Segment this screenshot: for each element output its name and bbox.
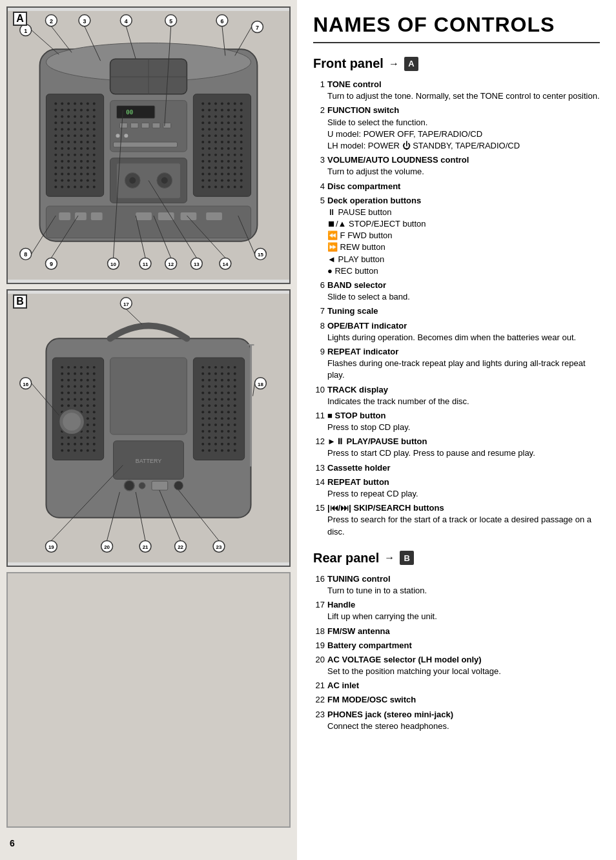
- svg-point-62: [67, 154, 70, 156]
- svg-point-145: [201, 141, 204, 143]
- svg-point-160: [208, 154, 210, 156]
- svg-point-168: [214, 160, 217, 163]
- svg-point-8: [80, 103, 83, 105]
- svg-point-445: [234, 449, 236, 452]
- svg-point-314: [67, 404, 70, 407]
- svg-point-111: [208, 109, 210, 112]
- svg-point-429: [208, 436, 210, 439]
- svg-point-404: [201, 411, 204, 413]
- svg-point-279: [74, 366, 76, 369]
- svg-point-81: [54, 173, 57, 176]
- front-panel-badge: A: [404, 57, 418, 71]
- svg-point-183: [221, 173, 223, 176]
- svg-point-144: [240, 134, 243, 137]
- svg-point-284: [67, 373, 70, 375]
- svg-point-185: [234, 173, 236, 176]
- svg-point-172: [240, 160, 243, 163]
- svg-point-419: [221, 424, 223, 426]
- svg-point-198: [227, 185, 230, 188]
- svg-point-415: [234, 417, 236, 420]
- svg-point-65: [87, 154, 89, 156]
- svg-point-418: [214, 424, 217, 426]
- svg-point-393: [208, 398, 210, 400]
- svg-point-196: [214, 185, 217, 188]
- svg-text:7: 7: [256, 25, 259, 31]
- svg-point-98: [74, 185, 76, 188]
- svg-point-39: [54, 134, 57, 137]
- svg-text:2: 2: [50, 18, 53, 25]
- svg-point-132: [208, 128, 210, 130]
- svg-point-53: [54, 147, 57, 150]
- svg-point-299: [87, 385, 89, 388]
- svg-point-197: [221, 185, 223, 188]
- svg-point-324: [93, 411, 96, 413]
- svg-point-442: [214, 449, 217, 452]
- svg-point-119: [214, 115, 217, 118]
- svg-point-104: [208, 103, 210, 105]
- svg-text:15: 15: [258, 252, 263, 258]
- svg-point-439: [234, 443, 236, 445]
- svg-point-167: [208, 160, 210, 163]
- svg-point-61: [61, 154, 63, 156]
- list-item: 16 TUNING control Turn to tune in to a s…: [313, 573, 600, 597]
- svg-point-441: [208, 449, 210, 452]
- svg-point-158: [240, 147, 243, 150]
- svg-point-186: [240, 173, 243, 176]
- svg-point-149: [227, 141, 230, 143]
- svg-point-199: [234, 185, 236, 188]
- rear-panel-heading-text: Rear panel: [313, 551, 379, 566]
- svg-point-169: [221, 160, 223, 163]
- svg-point-48: [67, 141, 70, 143]
- svg-point-123: [240, 115, 243, 118]
- svg-point-118: [208, 115, 210, 118]
- svg-point-24: [93, 115, 96, 118]
- svg-point-36: [80, 128, 83, 130]
- svg-point-437: [221, 443, 223, 445]
- svg-point-315: [74, 404, 76, 407]
- svg-point-292: [80, 379, 83, 382]
- svg-point-434: [201, 443, 204, 445]
- svg-point-21: [74, 115, 76, 118]
- svg-point-33: [61, 128, 63, 130]
- svg-rect-228: [206, 212, 222, 220]
- svg-point-126: [214, 121, 217, 124]
- svg-point-421: [234, 424, 236, 426]
- svg-point-406: [214, 411, 217, 413]
- list-item: 3 VOLUME/AUTO LOUDNESS control Turn to a…: [313, 154, 600, 178]
- svg-point-296: [67, 385, 70, 388]
- svg-point-342: [93, 430, 96, 433]
- svg-text:20: 20: [104, 544, 110, 550]
- svg-point-6: [67, 103, 70, 105]
- svg-point-89: [61, 179, 63, 182]
- bottom-space: [6, 572, 291, 828]
- svg-point-174: [208, 167, 210, 169]
- svg-point-398: [201, 404, 204, 407]
- svg-text:10: 10: [110, 261, 116, 267]
- svg-point-47: [61, 141, 63, 143]
- svg-point-113: [221, 109, 223, 112]
- svg-text:19: 19: [48, 544, 54, 550]
- svg-point-188: [208, 179, 210, 182]
- svg-point-374: [201, 379, 204, 382]
- svg-point-79: [87, 167, 89, 169]
- svg-point-63: [74, 154, 76, 156]
- svg-point-377: [221, 379, 223, 382]
- svg-point-55: [67, 147, 70, 150]
- svg-point-388: [214, 392, 217, 394]
- svg-point-96: [61, 185, 63, 188]
- list-item: 12 ►⏸ PLAY/PAUSE button Press to start C…: [313, 436, 600, 459]
- svg-text:13: 13: [194, 261, 200, 267]
- svg-point-313: [61, 404, 63, 407]
- svg-point-400: [214, 404, 217, 407]
- svg-point-146: [208, 141, 210, 143]
- svg-point-294: [93, 379, 96, 382]
- svg-point-290: [67, 379, 70, 382]
- svg-point-64: [80, 154, 83, 156]
- rear-panel-list: 16 TUNING control Turn to tune in to a s…: [313, 573, 600, 732]
- svg-point-109: [240, 103, 243, 105]
- svg-point-46: [54, 141, 57, 143]
- svg-point-154: [214, 147, 217, 150]
- svg-point-88: [54, 179, 57, 182]
- svg-point-289: [61, 379, 63, 382]
- svg-text:1: 1: [24, 28, 27, 34]
